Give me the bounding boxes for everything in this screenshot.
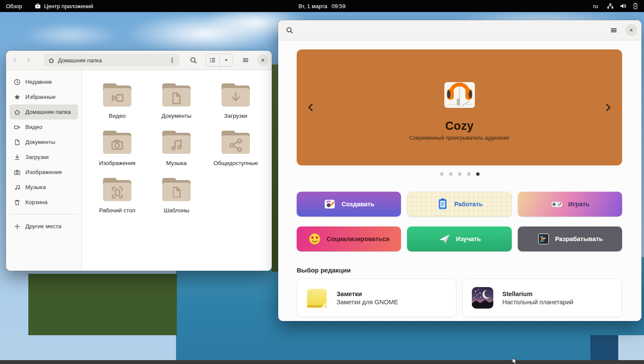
category-socialize[interactable]: Социализироваться: [297, 226, 401, 251]
folder-icon: [159, 128, 194, 156]
sidebar-item-recent[interactable]: Недавние: [9, 74, 78, 89]
sidebar-item-downloads[interactable]: Загрузки: [9, 150, 78, 165]
trash-icon: [14, 199, 21, 206]
view-toggle-button[interactable]: [206, 54, 233, 67]
files-close-button[interactable]: ×: [257, 55, 268, 66]
featured-app-name: Cozy: [445, 119, 474, 133]
chevron-left-icon: [307, 103, 315, 112]
notes-app-icon: [305, 286, 329, 310]
search-icon: [286, 27, 293, 34]
software-search-button[interactable]: [283, 23, 296, 37]
folder-icon: [159, 81, 194, 109]
app-name: Stellarium: [502, 291, 573, 297]
keyboard-layout-indicator[interactable]: ru: [590, 3, 601, 10]
folder-music[interactable]: Музыка: [151, 128, 202, 166]
sidebar-item-trash[interactable]: Корзина: [9, 195, 78, 210]
sidebar-item-pictures[interactable]: Изображения: [9, 165, 78, 180]
video-icon: [14, 124, 21, 131]
editors-choice-cards: Заметки Заметки для GNOME: [297, 278, 622, 317]
appcenter-menu-button[interactable]: Центр приложений: [28, 0, 100, 12]
clock-button[interactable]: Вт, 1 марта 09:59: [296, 0, 348, 12]
folder-icon: [100, 128, 134, 156]
folder-desktop[interactable]: Рабочий стол: [91, 176, 143, 214]
clock-time: 09:59: [331, 3, 346, 9]
category-work[interactable]: Работать: [407, 192, 511, 217]
document-icon: [14, 139, 21, 146]
sidebar-label: Документы: [25, 139, 55, 145]
carousel-next-button[interactable]: [600, 99, 616, 116]
sidebar-item-documents[interactable]: Документы: [9, 135, 78, 150]
forward-button[interactable]: [23, 55, 34, 66]
files-sidebar: Недавние Избранные Домашняя папка: [6, 70, 82, 271]
category-learn[interactable]: Изучать: [407, 226, 511, 251]
terminal-icon: [537, 232, 550, 245]
stellarium-app-icon: [471, 286, 495, 310]
sidebar-label: Домашняя папка: [25, 109, 71, 115]
category-tiles: Создавать Работать Играть: [297, 192, 622, 251]
activities-button[interactable]: Обзор: [0, 0, 28, 12]
plus-icon: [14, 223, 21, 230]
sidebar-item-starred[interactable]: Избранные: [9, 89, 78, 104]
system-menu-button[interactable]: [607, 0, 639, 12]
back-button[interactable]: [9, 55, 21, 66]
chevron-right-icon: [604, 103, 612, 112]
folder-pictures[interactable]: Изображения: [91, 128, 143, 166]
sidebar-item-home[interactable]: Домашняя папка: [9, 104, 78, 119]
software-close-button[interactable]: ×: [625, 24, 637, 36]
path-bar[interactable]: Домашняя папка: [44, 54, 179, 67]
folder-icon: [100, 176, 134, 203]
category-develop[interactable]: Разрабатывать: [518, 226, 622, 251]
folder-public[interactable]: Общедоступные: [210, 128, 261, 166]
search-button[interactable]: [187, 54, 200, 67]
folder-icon: [219, 128, 253, 156]
category-play[interactable]: Играть: [518, 192, 622, 217]
app-card-notes[interactable]: Заметки Заметки для GNOME: [297, 278, 456, 317]
sidebar-item-other-places[interactable]: Другие места: [9, 219, 78, 234]
files-menu-button[interactable]: [240, 54, 252, 66]
folder-icon: [100, 81, 134, 109]
folder-videos[interactable]: Видео: [91, 81, 143, 119]
sidebar-item-music[interactable]: Музыка: [9, 180, 78, 195]
paint-icon: [323, 198, 336, 211]
wallpaper-trees: [272, 64, 279, 272]
sidebar-separator: [10, 214, 77, 214]
carousel-dot[interactable]: [458, 172, 462, 176]
paper-plane-icon: [438, 232, 451, 245]
clock-icon: [14, 79, 21, 86]
network-icon: [607, 3, 614, 9]
cozy-app-icon: [439, 73, 480, 114]
featured-banner[interactable]: Cozy Современный проигрыватель аудиокниг: [297, 49, 622, 165]
folder-templates[interactable]: Шаблоны: [151, 176, 202, 214]
wallpaper-dark-patch: [590, 335, 618, 360]
sidebar-label: Загрузки: [25, 154, 49, 160]
sidebar-label: Избранные: [25, 94, 56, 100]
top-bar: Обзор Центр приложений Вт, 1 марта 09:59…: [0, 0, 644, 12]
folder-documents[interactable]: Документы: [151, 81, 202, 119]
mouse-cursor: [512, 358, 517, 364]
battery-icon: [632, 3, 639, 9]
category-create[interactable]: Создавать: [297, 192, 401, 217]
chevron-right-icon: [25, 57, 31, 64]
carousel-dot[interactable]: [476, 172, 480, 176]
folder-downloads[interactable]: Загрузки: [210, 81, 261, 119]
carousel-dot[interactable]: [467, 172, 471, 176]
desktop: Обзор Центр приложений Вт, 1 марта 09:59…: [0, 0, 644, 364]
home-icon: [14, 109, 21, 116]
wallpaper-bottom-edge: [0, 360, 644, 364]
path-menu-icon[interactable]: [169, 57, 175, 64]
download-icon: [14, 154, 21, 161]
app-card-stellarium[interactable]: Stellarium Настольный планетарий: [462, 278, 622, 317]
software-headerbar: ×: [278, 20, 641, 40]
sidebar-label: Корзина: [25, 199, 47, 205]
search-icon: [190, 57, 197, 64]
carousel-dot[interactable]: [449, 172, 453, 176]
carousel-dot[interactable]: [440, 172, 444, 176]
files-headerbar: Домашняя папка: [6, 51, 272, 70]
editors-choice-heading: Выбор редакции: [297, 266, 351, 274]
app-name: Заметки: [337, 291, 398, 297]
carousel-prev-button[interactable]: [303, 99, 319, 116]
sidebar-item-videos[interactable]: Видео: [9, 119, 78, 135]
folder-grid: Видео Документы: [91, 81, 261, 214]
sidebar-label: Музыка: [25, 184, 46, 190]
software-menu-button[interactable]: [608, 26, 620, 34]
